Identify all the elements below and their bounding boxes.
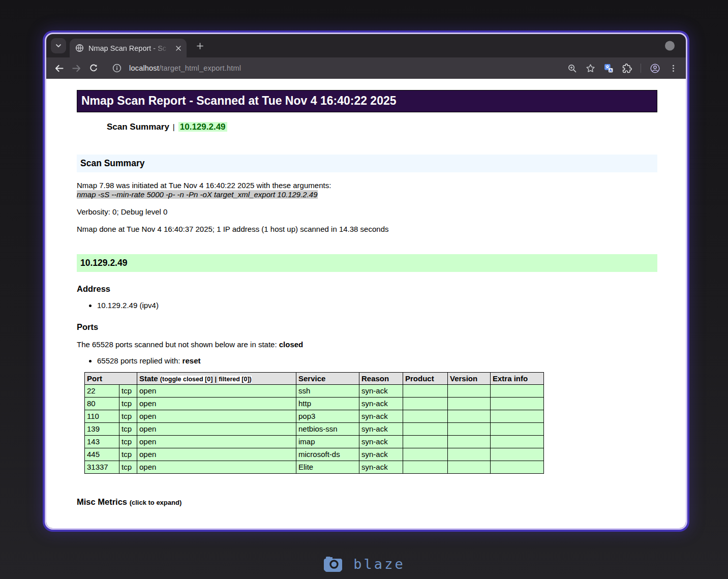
back-button[interactable] [50,59,68,77]
kebab-menu-icon [669,64,678,73]
table-row: 31337tcpopenElitesyn-ack [85,461,544,473]
tab-search-button[interactable] [51,38,66,53]
col-port: Port [85,372,137,384]
toggle-filtered-link[interactable]: filtered [0]) [219,376,252,383]
zoom-button[interactable] [564,60,580,76]
address-bar[interactable]: localhost/target_html_export.html [105,64,564,73]
col-version: Version [448,372,491,384]
cell-proto: tcp [119,397,137,410]
table-row: 445tcpopenmicrosoft-dssyn-ack [85,448,544,461]
cell-extra [491,410,544,422]
cell-state: open [137,461,296,473]
cell-proto: tcp [119,461,137,473]
browser-toolbar: localhost/target_html_export.html [46,57,686,79]
ports-table: Port State (toggle closed [0] | filtered… [84,372,544,474]
forward-arrow-icon [72,64,81,73]
cell-product [403,410,448,422]
host-heading: 10.129.2.49 [77,254,657,272]
cell-reason: syn-ack [359,384,403,397]
cell-state: open [137,435,296,448]
url-path: /target_html_export.html [159,64,241,72]
table-row: 22tcpopensshsyn-ack [85,384,544,397]
nav-host-link[interactable]: 10.129.2.49 [178,122,227,132]
cell-port: 110 [85,410,119,422]
ports-reply-value: reset [183,356,201,365]
cell-proto: tcp [119,384,137,397]
forward-button[interactable] [68,59,85,77]
cell-extra [491,422,544,435]
ports-reply-list: 65528 ports replied with: reset [77,356,657,365]
cell-product [403,397,448,410]
table-header-row: Port State (toggle closed [0] | filtered… [85,372,544,384]
ports-note: The 65528 ports scanned but not shown be… [77,340,657,349]
cell-state: open [137,448,296,461]
cell-port: 31337 [85,461,119,473]
address-heading: Address [77,284,657,294]
report-nav-menu: Scan Summary|10.129.2.49 [107,122,657,132]
cell-proto: tcp [119,435,137,448]
reload-icon [89,64,98,73]
cell-extra [491,384,544,397]
col-reason: Reason [359,372,403,384]
cell-product [403,448,448,461]
cell-service: netbios-ssn [296,422,359,435]
ports-reply-item: 65528 ports replied with: reset [97,356,657,365]
cell-reason: syn-ack [359,410,403,422]
window-control-dot [665,41,675,51]
cell-version [448,461,491,473]
globe-favicon-icon [75,44,84,52]
ports-note-state: closed [279,340,304,349]
toggle-closed-link[interactable]: (toggle closed [0] [160,376,213,383]
menu-button[interactable] [665,60,681,76]
translate-button[interactable] [601,60,616,76]
info-icon[interactable] [112,64,122,73]
cell-proto: tcp [119,410,137,422]
nmap-command: nmap -sS --min-rate 5000 -p- -n -Pn -oX … [77,190,318,199]
cell-extra [491,435,544,448]
cell-port: 139 [85,422,119,435]
col-service: Service [296,372,359,384]
cell-reason: syn-ack [359,448,403,461]
cell-state: open [137,422,296,435]
table-row: 80tcpopenhttpsyn-ack [85,397,544,410]
toggle-separator: | [215,376,217,383]
cell-product [403,384,448,397]
col-state: State (toggle closed [0] | filtered [0]) [137,372,296,384]
cell-state: open [137,384,296,397]
browser-tab[interactable]: Nmap Scan Report - Sc [70,39,187,57]
tab-title: Nmap Scan Report - Sc [88,44,173,52]
cell-port: 445 [85,448,119,461]
close-icon [175,45,181,51]
table-row: 110tcpopenpop3syn-ack [85,410,544,422]
tab-close-button[interactable] [173,43,184,53]
profile-button[interactable] [647,60,662,76]
initiated-line: Nmap 7.98 was initiated at Tue Nov 4 16:… [77,181,657,199]
cell-version [448,422,491,435]
cell-product [403,435,448,448]
col-extra: Extra info [491,372,544,384]
address-item: 10.129.2.49 (ipv4) [97,301,657,310]
cell-service: microsoft-ds [296,448,359,461]
cell-proto: tcp [119,448,137,461]
cell-service: http [296,397,359,410]
extensions-button[interactable] [619,60,634,76]
browser-window: Nmap Scan Report - Sc [45,33,687,530]
scan-summary-heading: Scan Summary [77,155,657,172]
page-content: Nmap Scan Report - Scanned at Tue Nov 4 … [46,79,686,528]
reload-button[interactable] [85,59,102,77]
cell-port: 22 [85,384,119,397]
new-tab-button[interactable] [193,39,207,53]
bookmark-star-button[interactable] [583,60,598,76]
puzzle-icon [622,64,632,73]
cell-version [448,397,491,410]
plus-icon [196,42,204,50]
cell-version [448,410,491,422]
url-text[interactable]: localhost/target_html_export.html [129,64,241,72]
chevron-down-icon [54,42,63,50]
ports-table-body: 22tcpopensshsyn-ack80tcpopenhttpsyn-ack1… [85,384,544,473]
nav-scan-summary-link[interactable]: Scan Summary [107,122,169,132]
misc-metrics-toggle[interactable]: Misc Metrics (click to expand) [77,497,657,507]
cell-proto: tcp [119,422,137,435]
page-title: Nmap Scan Report - Scanned at Tue Nov 4 … [77,90,657,112]
star-icon [586,64,595,73]
